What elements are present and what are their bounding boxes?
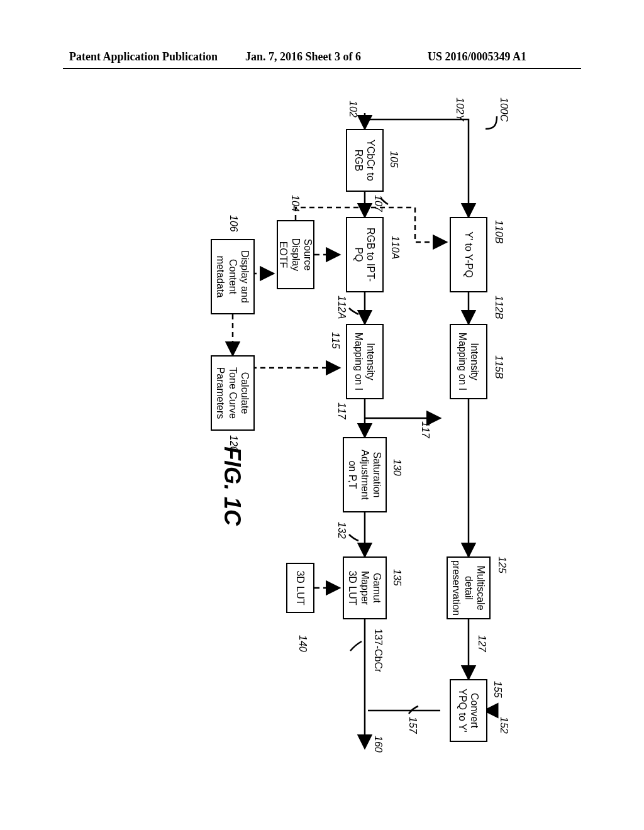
figure-label: FIG. 1C [219,446,245,526]
label-157: 157 [407,717,418,734]
label-117-lower: 117 [336,402,347,419]
label-112a: 112A [336,296,347,319]
box-disp-meta-label: Display and Content metadata [214,250,251,303]
label-106: 106 [228,215,239,232]
box-convert-ypq: Convert YPQ to Y' [450,679,487,742]
box-intensity-mapping-b: Intensity Mapping on I [450,324,487,399]
box-rgb-to-ipt: RGB to IPT- PQ [346,217,384,292]
label-110b: 110B [493,220,504,243]
label-112b: 112B [493,296,504,319]
diagram-container: YCbCr to RGB RGB to IPT- PQ Intensity Ma… [0,195,644,685]
box-calc-tone-curve: Calculate Tone Curve Parameters [211,355,255,431]
box-satadj-label: Saturation Adjustment on P,T [347,450,383,500]
box-src-eotf-label: Source Display EOTF [277,224,314,285]
box-ycbcr-label: YCbCr to RGB [353,140,377,181]
box-gamut-label: Gamut Mapper 3D LUT [347,570,383,605]
box-saturation-adjustment: Saturation Adjustment on P,T [343,437,387,512]
label-130: 130 [391,459,402,476]
box-3d-lut: 3D LUT [286,563,314,613]
box-display-content-metadata: Display and Content metadata [211,239,255,314]
box-multiscale-label: Multiscale detail preservation [450,560,487,616]
box-intensity-mapping-a: Intensity Mapping on I [346,324,384,399]
label-132: 132 [336,522,347,539]
box-multiscale-detail: Multiscale detail preservation [447,556,491,619]
label-115: 115 [330,332,341,349]
label-102: 102 [347,101,358,118]
box-ycbcr-to-rgb: YCbCr to RGB [346,129,384,192]
box-yypq-label: Y' to Y-PQ [462,231,474,277]
label-125: 125 [496,556,508,573]
header-center: Jan. 7, 2016 Sheet 3 of 6 [245,50,361,64]
label-102y: 102Y [454,97,465,121]
header-right: US 2016/0005349 A1 [428,50,526,64]
label-137-cbcr: 137-CbCr [372,629,384,672]
header-left: Patent Application Publication [69,50,218,64]
box-imap-b-label: Intensity Mapping on I [457,333,480,391]
label-110a: 110A [389,236,401,259]
label-127: 127 [476,635,487,652]
label-152: 152 [498,717,509,734]
label-100c: 100C [498,97,509,121]
label-140: 140 [297,635,308,652]
label-115b: 115B [493,355,504,379]
box-source-eotf: Source Display EOTF [277,220,314,289]
header-divider [63,68,581,69]
label-135: 135 [391,569,402,586]
label-155: 155 [492,681,503,698]
box-gamut-mapper: Gamut Mapper 3D LUT [343,556,387,619]
label-117-upper: 117 [419,421,431,438]
label-104: 104 [289,195,301,212]
label-105: 105 [388,151,399,168]
box-y-to-ypq: Y' to Y-PQ [450,217,487,292]
label-160: 160 [372,736,384,753]
box-convert-label: Convert YPQ to Y' [457,689,480,732]
box-imap-a-label: Intensity Mapping on I [353,333,377,391]
box-rgb-ipt-label: RGB to IPT- PQ [353,228,377,282]
label-107: 107 [372,195,384,212]
box-3dlut-label: 3D LUT [294,570,306,605]
box-calc-tone-label: Calculate Tone Curve Parameters [214,367,251,419]
